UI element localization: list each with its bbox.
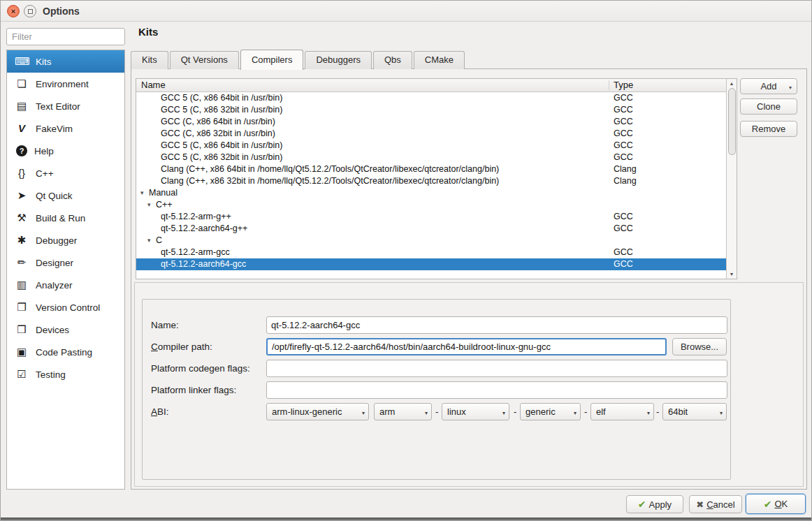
sidebar-item-label: Text Editor	[36, 101, 80, 112]
compiler-row[interactable]: GCC (C, x86 32bit in /usr/bin) GCC	[136, 128, 726, 140]
sidebar-item-analyzer[interactable]: ▥ Analyzer	[7, 274, 124, 296]
chevron-down-icon: ▾	[647, 410, 650, 416]
chart-icon: ▥	[15, 279, 29, 291]
tab-kits[interactable]: Kits	[131, 51, 168, 69]
sidebar-item-label: Debugger	[36, 235, 77, 246]
chevron-down-icon: ▾	[362, 410, 365, 416]
add-button[interactable]: Add ▾	[740, 78, 797, 94]
compiler-row[interactable]: Clang (C++, x86 64bit in /home/llq/Qt5.1…	[136, 163, 726, 175]
sidebar-item-label: Qt Quick	[36, 191, 73, 201]
group-row-c[interactable]: ▾C	[136, 235, 726, 247]
sidebar-item-debugger[interactable]: ✱ Debugger	[7, 229, 124, 251]
sidebar-item-cpp[interactable]: {} C++	[7, 162, 124, 184]
codegen-flags-input[interactable]	[266, 360, 727, 377]
check-icon: ✔	[764, 499, 772, 510]
compiler-row[interactable]: qt-5.12.2-aarch64-g++ GCC	[136, 223, 726, 235]
compilers-pane: Name Type GCC 5 (C, x86 64bit in /usr/bi…	[131, 68, 807, 490]
compiler-table: Name Type GCC 5 (C, x86 64bit in /usr/bi…	[136, 78, 737, 279]
devices-icon: ❒	[15, 324, 29, 335]
abi-flavor-combo[interactable]: generic ▾	[520, 403, 581, 420]
cross-icon: ✖	[696, 499, 704, 510]
abi-combo[interactable]: arm-linux-generic ▾	[266, 403, 369, 420]
close-icon[interactable]: ×	[7, 5, 20, 17]
chevron-down-icon[interactable]: ▾	[147, 199, 156, 211]
compiler-row[interactable]: qt-5.12.2-arm-g++ GCC	[136, 211, 726, 223]
compiler-path-label: Compiler path:	[151, 338, 212, 355]
sidebar-item-build-run[interactable]: ⚒ Build & Run	[7, 207, 124, 229]
group-row-manual[interactable]: ▾Manual	[136, 187, 726, 199]
help-icon: ?	[16, 145, 27, 156]
abi-separator: -	[435, 403, 438, 420]
paper-plane-icon: ➤	[15, 190, 29, 201]
clone-button[interactable]: Clone	[740, 98, 797, 115]
sidebar-item-code-pasting[interactable]: ▣ Code Pasting	[7, 341, 124, 363]
sidebar-item-version-control[interactable]: ❐ Version Control	[7, 296, 124, 318]
vim-icon: V	[15, 123, 29, 134]
sidebar-item-testing[interactable]: ☑ Testing	[7, 363, 124, 386]
tab-cmake[interactable]: CMake	[414, 51, 465, 69]
sidebar-item-label: Code Pasting	[36, 347, 92, 358]
sidebar-item-kits[interactable]: ⌨ Kits	[7, 50, 124, 73]
ok-button[interactable]: ✔ OK	[746, 494, 806, 514]
compiler-row[interactable]: qt-5.12.2-arm-gcc GCC	[136, 247, 726, 258]
chevron-down-icon[interactable]: ▾	[147, 235, 156, 247]
scrollbar-thumb[interactable]	[728, 88, 736, 155]
tab-qbs[interactable]: Qbs	[373, 51, 412, 69]
cancel-button[interactable]: ✖ Cancel	[689, 495, 742, 513]
scroll-down-icon[interactable]: ▼	[727, 270, 737, 279]
name-label: Name:	[151, 316, 179, 334]
compiler-row[interactable]: GCC 5 (C, x86 64bit in /usr/bin) GCC	[136, 92, 726, 104]
tab-bar: Kits Qt Versions Compilers Debuggers Qbs…	[131, 50, 466, 69]
chevron-down-icon[interactable]: ▾	[789, 85, 792, 91]
abi-format-combo[interactable]: elf ▾	[590, 403, 654, 420]
abi-architecture-combo[interactable]: arm ▾	[374, 403, 432, 420]
abi-os-combo[interactable]: linux ▾	[442, 403, 509, 420]
sidebar-item-label: Environment	[36, 79, 89, 89]
table-header[interactable]: Name Type	[136, 79, 726, 92]
name-input[interactable]	[266, 316, 727, 334]
group-row-cpp[interactable]: ▾C++	[136, 199, 726, 211]
codegen-flags-label: Platform codegen flags:	[151, 360, 250, 377]
linker-flags-input[interactable]	[266, 381, 727, 399]
compiler-row-selected[interactable]: qt-5.12.2-aarch64-gcc GCC	[136, 258, 726, 270]
scroll-up-icon[interactable]: ▲	[727, 79, 737, 88]
tab-compilers[interactable]: Compilers	[240, 50, 304, 70]
sidebar-item-help[interactable]: ? Help	[7, 140, 124, 162]
abi-wordwidth-combo[interactable]: 64bit ▾	[662, 403, 727, 420]
column-header-name[interactable]: Name	[141, 79, 166, 91]
sidebar-item-label: Version Control	[36, 302, 100, 313]
sidebar-item-label: Testing	[36, 369, 66, 380]
compiler-row[interactable]: GCC 5 (C, x86 32bit in /usr/bin) GCC	[136, 104, 726, 116]
window-titlebar: × Options	[1, 1, 812, 22]
compiler-row[interactable]: GCC 5 (C, x86 64bit in /usr/bin) GCC	[136, 140, 726, 152]
tab-qt-versions[interactable]: Qt Versions	[170, 51, 239, 69]
sidebar-item-text-editor[interactable]: ▤ Text Editor	[7, 95, 124, 117]
table-scrollbar[interactable]: ▲ ▼	[726, 79, 737, 279]
braces-icon: {}	[15, 168, 29, 179]
column-header-type[interactable]: Type	[614, 79, 633, 91]
sidebar-item-designer[interactable]: ✏ Designer	[7, 251, 124, 274]
chevron-down-icon: ▾	[425, 410, 428, 416]
sidebar-item-environment[interactable]: ❏ Environment	[7, 73, 124, 95]
hammer-icon: ⚒	[15, 212, 29, 223]
chevron-down-icon[interactable]: ▾	[140, 187, 149, 199]
compiler-path-input[interactable]	[266, 338, 667, 355]
abi-label: ABI:	[151, 403, 169, 420]
flask-icon: ☑	[15, 369, 29, 380]
sidebar-item-label: Build & Run	[36, 213, 85, 223]
browse-button[interactable]: Browse...	[672, 338, 727, 355]
compiler-row[interactable]: GCC 5 (C, x86 32bit in /usr/bin) GCC	[136, 152, 726, 163]
filter-input[interactable]	[6, 28, 125, 45]
compiler-row[interactable]: Clang (C++, x86 32bit in /home/llq/Qt5.1…	[136, 175, 726, 187]
sidebar-item-qt-quick[interactable]: ➤ Qt Quick	[7, 184, 124, 207]
options-dialog: { "titlebar": { "title": "Options" }, "s…	[0, 0, 812, 521]
tab-debuggers[interactable]: Debuggers	[305, 51, 372, 69]
compiler-row[interactable]: GCC (C, x86 64bit in /usr/bin) GCC	[136, 116, 726, 128]
sidebar-item-fakevim[interactable]: V FakeVim	[7, 117, 124, 140]
pencil-icon: ✏	[15, 257, 29, 268]
remove-button[interactable]: Remove	[740, 121, 797, 137]
apply-button[interactable]: ✔ Apply	[626, 495, 683, 513]
maximize-icon[interactable]	[24, 5, 36, 17]
sidebar-item-devices[interactable]: ❒ Devices	[7, 318, 124, 341]
documents-icon: ❐	[15, 302, 29, 313]
